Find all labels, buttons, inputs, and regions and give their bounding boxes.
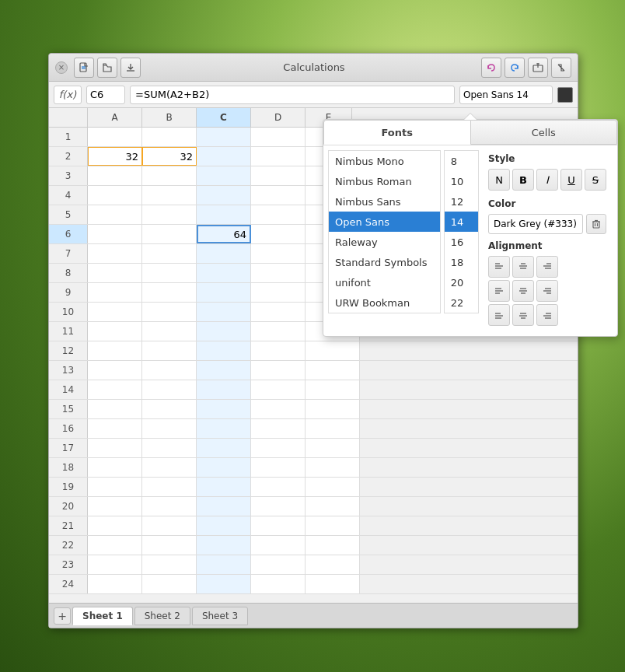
cell-d4[interactable] bbox=[251, 186, 306, 205]
size-item-14[interactable]: 14 bbox=[445, 212, 478, 232]
row-num: 1 bbox=[49, 128, 88, 146]
table-row: 23 bbox=[49, 555, 578, 575]
fx-button[interactable]: f(x) bbox=[54, 86, 82, 104]
size-item-20[interactable]: 20 bbox=[445, 272, 478, 292]
size-item-12[interactable]: 12 bbox=[445, 191, 478, 212]
align-bot-left-button[interactable] bbox=[488, 304, 510, 326]
open-icon bbox=[102, 62, 113, 73]
col-header-d[interactable]: D bbox=[251, 108, 306, 127]
redo-button[interactable] bbox=[505, 58, 525, 78]
sheet-tab-3[interactable]: Sheet 3 bbox=[192, 607, 248, 625]
col-header-b[interactable]: B bbox=[142, 108, 197, 127]
cell-b5[interactable] bbox=[142, 205, 197, 224]
cell-b6[interactable] bbox=[142, 225, 197, 243]
style-bold-button[interactable]: B bbox=[512, 169, 534, 191]
download-button[interactable] bbox=[120, 58, 141, 78]
new-button[interactable] bbox=[74, 58, 94, 78]
size-list[interactable]: 8 10 12 14 16 18 20 22 bbox=[444, 150, 479, 313]
export-icon bbox=[532, 62, 543, 73]
color-input[interactable]: Dark Grey (#333) bbox=[488, 214, 583, 234]
sheet-tab-2[interactable]: Sheet 2 bbox=[134, 607, 190, 625]
size-item-22[interactable]: 22 bbox=[445, 292, 478, 313]
font-item-urw-bookman[interactable]: URW Bookman bbox=[329, 292, 440, 313]
formula-bar: f(x) C6 =SUM(A2+B2) Open Sans 14 bbox=[49, 82, 578, 108]
cell-a4[interactable] bbox=[88, 186, 142, 205]
align-top-left-button[interactable] bbox=[488, 256, 510, 278]
close-button[interactable]: × bbox=[55, 61, 68, 74]
tab-fonts[interactable]: Fonts bbox=[323, 120, 470, 145]
cell-a1[interactable] bbox=[88, 128, 142, 146]
font-item-nimbus-roman[interactable]: Nimbus Roman bbox=[329, 171, 440, 191]
sheet-tab-1[interactable]: Sheet 1 bbox=[72, 607, 133, 625]
table-row: 24 bbox=[49, 575, 578, 594]
maximize-button[interactable] bbox=[551, 58, 571, 78]
cell-c5[interactable] bbox=[197, 205, 251, 224]
cell-reference[interactable]: C6 bbox=[86, 86, 125, 104]
cell-a3[interactable] bbox=[88, 166, 142, 185]
table-row: 18 bbox=[49, 458, 578, 478]
cell-a6[interactable] bbox=[88, 225, 142, 243]
row-num: 3 bbox=[49, 166, 88, 185]
undo-button[interactable] bbox=[481, 58, 501, 78]
cell-d6[interactable] bbox=[251, 225, 306, 243]
font-item-raleway[interactable]: Raleway bbox=[329, 232, 440, 252]
delete-color-button[interactable] bbox=[586, 214, 606, 234]
cell-b4[interactable] bbox=[142, 186, 197, 205]
size-item-16[interactable]: 16 bbox=[445, 232, 478, 252]
font-item-standard-symbols[interactable]: Standard Symbols bbox=[329, 252, 440, 272]
cell-c2[interactable] bbox=[197, 147, 251, 166]
align-mid-center-button[interactable] bbox=[512, 280, 534, 302]
style-strikethrough-button[interactable]: S bbox=[585, 169, 606, 191]
export-button[interactable] bbox=[528, 58, 548, 78]
cell-a2[interactable]: 32 bbox=[88, 147, 142, 166]
cell-a5[interactable] bbox=[88, 205, 142, 224]
align-mid-left-button[interactable] bbox=[488, 280, 510, 302]
cell-d2[interactable] bbox=[251, 147, 306, 166]
font-item-urw-chancery[interactable]: URW Chancery bbox=[329, 313, 440, 313]
cell-b2[interactable]: 32 bbox=[142, 147, 197, 166]
align-bot-center-button[interactable] bbox=[512, 304, 534, 326]
size-item-8[interactable]: 8 bbox=[445, 151, 478, 171]
cell-d5[interactable] bbox=[251, 205, 306, 224]
style-italic-button[interactable]: I bbox=[536, 169, 558, 191]
open-button[interactable] bbox=[97, 58, 117, 78]
cell-b1[interactable] bbox=[142, 128, 197, 146]
font-list[interactable]: Nimbus Mono Nimbus Roman Nimbus Sans Ope… bbox=[328, 150, 441, 313]
align-mid-right-button[interactable] bbox=[536, 280, 558, 302]
cell-c1[interactable] bbox=[197, 128, 251, 146]
col-header-c[interactable]: C bbox=[197, 108, 251, 127]
popup-body: Nimbus Mono Nimbus Roman Nimbus Sans Ope… bbox=[323, 145, 617, 336]
cell-c3[interactable] bbox=[197, 166, 251, 185]
tab-cells[interactable]: Cells bbox=[470, 120, 618, 145]
font-item-nimbus-mono[interactable]: Nimbus Mono bbox=[329, 151, 440, 171]
cell-c6-active[interactable]: 64 bbox=[197, 225, 251, 243]
align-top-right-button[interactable] bbox=[536, 256, 558, 278]
size-item-10[interactable]: 10 bbox=[445, 171, 478, 191]
align-row-2 bbox=[488, 280, 606, 302]
titlebar: × Calculations bbox=[49, 54, 578, 82]
row-num: 4 bbox=[49, 186, 88, 205]
download-icon bbox=[125, 62, 136, 73]
table-row: 14 bbox=[49, 380, 578, 400]
align-bot-right-button[interactable] bbox=[536, 304, 558, 326]
font-item-nimbus-sans[interactable]: Nimbus Sans bbox=[329, 191, 440, 212]
cell-d1[interactable] bbox=[251, 128, 306, 146]
col-header-a[interactable]: A bbox=[88, 108, 142, 127]
add-sheet-button[interactable]: + bbox=[54, 607, 71, 625]
cell-b3[interactable] bbox=[142, 166, 197, 185]
style-underline-button[interactable]: U bbox=[560, 169, 582, 191]
formula-input[interactable]: =SUM(A2+B2) bbox=[130, 86, 455, 104]
size-item-18[interactable]: 18 bbox=[445, 252, 478, 272]
font-item-open-sans[interactable]: Open Sans bbox=[329, 212, 440, 232]
row-num: 5 bbox=[49, 205, 88, 224]
color-swatch[interactable] bbox=[557, 87, 573, 103]
style-normal-button[interactable]: N bbox=[488, 169, 510, 191]
table-row: 12 bbox=[49, 341, 578, 361]
toolbar-buttons bbox=[74, 58, 141, 78]
font-item-unifont[interactable]: unifont bbox=[329, 272, 440, 292]
cell-c4[interactable] bbox=[197, 186, 251, 205]
align-top-center-button[interactable] bbox=[512, 256, 534, 278]
cell-d3[interactable] bbox=[251, 166, 306, 185]
font-selector[interactable]: Open Sans 14 bbox=[459, 86, 553, 104]
align-row-3 bbox=[488, 304, 606, 326]
